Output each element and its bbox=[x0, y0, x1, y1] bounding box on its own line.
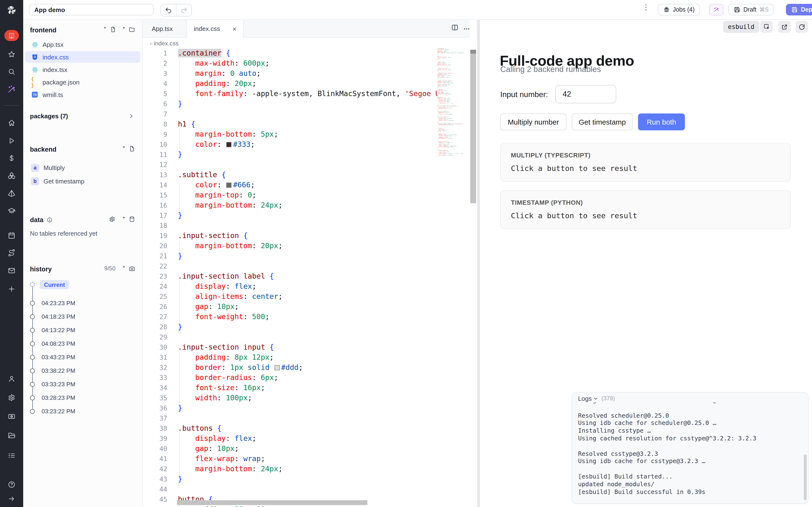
history-entry-marker[interactable] bbox=[30, 382, 35, 387]
file-row-index.css[interactable]: 3index.css bbox=[25, 51, 140, 63]
home-icon[interactable] bbox=[7, 119, 16, 127]
history-entry-marker[interactable] bbox=[30, 341, 35, 346]
play-icon[interactable] bbox=[7, 137, 16, 145]
line-number: 29 bbox=[142, 332, 167, 342]
graduation-icon[interactable] bbox=[7, 207, 16, 215]
react-file-icon bbox=[31, 66, 39, 73]
line-number: 20 bbox=[142, 241, 167, 251]
history-entry-marker[interactable] bbox=[30, 409, 35, 414]
app-name-input[interactable] bbox=[29, 4, 154, 15]
minimap-line: transition: all 0.2s; bbox=[438, 103, 463, 104]
windmill-logo[interactable] bbox=[5, 4, 18, 16]
chevron-right-icon[interactable] bbox=[128, 113, 134, 119]
route-icon[interactable] bbox=[7, 249, 16, 257]
logs-content[interactable]: Using cached resolution for scheduler@ 0… bbox=[578, 396, 801, 496]
redo-button[interactable] bbox=[176, 4, 191, 16]
chip-icon[interactable] bbox=[7, 412, 16, 420]
plus-icon[interactable] bbox=[7, 285, 16, 293]
input-number-field[interactable] bbox=[555, 85, 616, 103]
pyramid-icon[interactable] bbox=[7, 189, 16, 198]
history-entry[interactable]: 04:13:22 PM bbox=[42, 327, 75, 334]
history-entry[interactable]: 03:28:23 PM bbox=[42, 394, 75, 401]
tab-index.css[interactable]: index.css× bbox=[187, 19, 244, 38]
star-icon[interactable] bbox=[7, 50, 16, 58]
more-menu-button[interactable]: ⋮ bbox=[642, 3, 650, 12]
minimap[interactable]: .container {max-width: 600px;margin: 0 a… bbox=[438, 48, 463, 241]
history-entry[interactable]: 03:33:23 PM bbox=[42, 381, 75, 388]
editor-more-button[interactable]: ⋯ bbox=[463, 25, 470, 32]
refresh-button[interactable] bbox=[796, 21, 808, 33]
file-row-index.tsx[interactable]: index.tsx bbox=[25, 64, 140, 75]
button-multiply-number[interactable]: Multiply number bbox=[500, 113, 566, 130]
wand-icon[interactable] bbox=[7, 85, 16, 94]
tab-label: index.css bbox=[194, 25, 220, 32]
backend-item-multiply[interactable]: aMultiply bbox=[25, 162, 140, 173]
deploy-button[interactable]: Deploy bbox=[786, 4, 812, 15]
history-entry-marker[interactable] bbox=[30, 395, 35, 400]
undo-button[interactable] bbox=[161, 4, 176, 16]
history-section-actions[interactable]: 9/50 bbox=[104, 265, 135, 272]
history-entry-marker[interactable] bbox=[30, 369, 35, 373]
frontend-section-actions[interactable] bbox=[103, 26, 135, 33]
minimap-line: padding: 20px; bbox=[438, 52, 463, 53]
file-row-App.tsx[interactable]: App.tsx bbox=[25, 39, 140, 50]
minimap-line: margin-bottom: 24px; bbox=[438, 94, 463, 95]
history-entry[interactable]: 03:38:22 PM bbox=[42, 368, 75, 374]
arrow-right-icon[interactable] bbox=[8, 495, 15, 503]
draft-button[interactable]: Draft ⌘S bbox=[728, 4, 774, 15]
code-area[interactable]: 1.container {2max-width: 600px;3margin: … bbox=[142, 48, 438, 507]
dollar-icon[interactable] bbox=[7, 154, 16, 162]
logs-label[interactable]: Logs bbox=[578, 395, 592, 402]
add-runnable-button[interactable] bbox=[122, 145, 135, 152]
user-icon[interactable] bbox=[7, 375, 16, 383]
jobs-button[interactable]: Jobs (4) bbox=[658, 4, 700, 15]
minimap-line: button:disabled { bbox=[438, 112, 463, 113]
tab-App.tsx[interactable]: App.tsx bbox=[145, 19, 180, 38]
add-table-button[interactable] bbox=[122, 216, 135, 223]
history-entry[interactable]: 03:23:22 PM bbox=[42, 408, 75, 415]
close-icon[interactable]: × bbox=[233, 25, 236, 33]
line-number: 34 bbox=[142, 383, 167, 393]
data-settings-button[interactable] bbox=[109, 216, 115, 223]
add-file-button[interactable] bbox=[103, 26, 116, 33]
history-entry-marker[interactable] bbox=[30, 301, 35, 306]
history-entry[interactable]: 04:18:23 PM bbox=[42, 314, 75, 320]
workspace-badge[interactable] bbox=[4, 30, 19, 41]
gear-icon[interactable] bbox=[7, 394, 16, 402]
panel-splitter[interactable] bbox=[477, 19, 480, 507]
logs-scrollbar[interactable] bbox=[804, 454, 807, 500]
history-entry-marker[interactable] bbox=[30, 355, 35, 360]
calendar-icon[interactable] bbox=[7, 231, 16, 239]
history-entry[interactable]: 04:08:23 PM bbox=[42, 340, 75, 347]
add-folder-button[interactable] bbox=[122, 26, 135, 33]
add-snapshot-button[interactable] bbox=[122, 265, 135, 272]
backend-section-actions[interactable] bbox=[122, 145, 135, 152]
breadcrumb-file[interactable]: index.css bbox=[154, 40, 179, 47]
editor-vertical-scrollbar[interactable] bbox=[470, 19, 476, 507]
line-number: 14 bbox=[142, 180, 167, 190]
backend-item-get-timestamp[interactable]: bGet timestamp bbox=[25, 175, 140, 187]
ai-wand-button[interactable] bbox=[709, 4, 723, 15]
file-row-wmill.ts[interactable]: TSwmill.ts bbox=[25, 89, 140, 101]
packages-row[interactable]: packages (7) bbox=[25, 110, 140, 122]
data-section-actions[interactable] bbox=[109, 216, 135, 223]
inspect-button[interactable] bbox=[760, 21, 773, 33]
split-editor-button[interactable] bbox=[451, 24, 459, 33]
button-get-timestamp[interactable]: Get timestamp bbox=[572, 113, 633, 130]
open-external-button[interactable] bbox=[778, 21, 791, 33]
history-current-label[interactable]: Current bbox=[40, 280, 69, 289]
folder-icon[interactable] bbox=[7, 431, 16, 439]
history-entry[interactable]: 03:43:23 PM bbox=[42, 354, 75, 361]
search-icon[interactable] bbox=[7, 68, 16, 76]
history-entry-marker[interactable] bbox=[30, 328, 35, 333]
file-row-package.json[interactable]: { }package.json bbox=[25, 76, 140, 88]
button-run-both[interactable]: Run both bbox=[638, 113, 685, 130]
list-icon[interactable] bbox=[7, 451, 16, 460]
history-entry-marker[interactable] bbox=[30, 314, 35, 319]
history-current-marker[interactable] bbox=[30, 282, 35, 287]
mail-icon[interactable] bbox=[7, 267, 16, 275]
boxes-icon[interactable] bbox=[7, 171, 16, 180]
editor-horizontal-scrollbar[interactable] bbox=[177, 500, 367, 505]
history-entry[interactable]: 04:23:23 PM bbox=[42, 300, 75, 306]
help-icon[interactable] bbox=[7, 481, 16, 489]
